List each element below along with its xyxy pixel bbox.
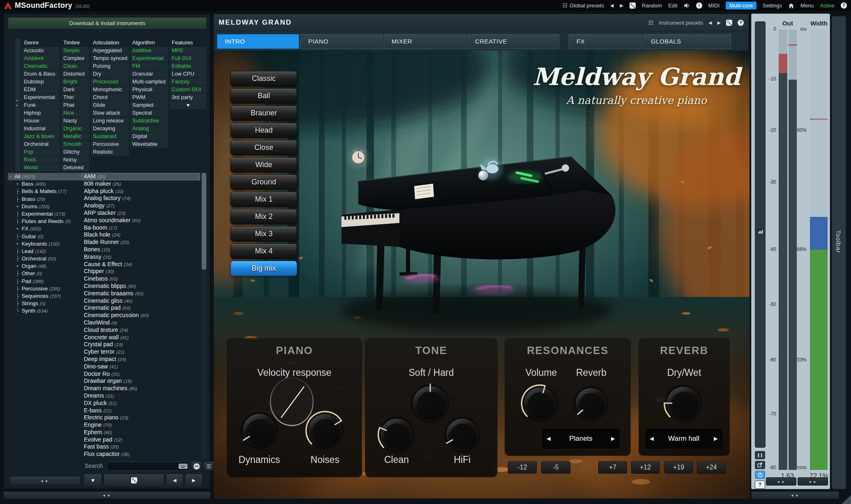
multi-core-toggle[interactable]: Multi-core [726, 2, 756, 9]
edit-button[interactable]: Edit [668, 2, 677, 9]
filter-item[interactable]: Orchestral [22, 140, 60, 148]
preset-list-item[interactable]: Cyber terror (21) [82, 348, 200, 356]
tree-item[interactable]: └ Synth (634) [8, 307, 82, 315]
tree-item[interactable]: ├ Flutes and Reeds (0) [8, 218, 82, 225]
mic-preset-button[interactable]: Head [231, 123, 297, 138]
filter-item[interactable]: Dubstep [22, 78, 60, 85]
transpose-button[interactable]: +12 [631, 461, 660, 474]
mic-preset-button[interactable]: Wide [231, 157, 297, 173]
filter-item[interactable]: Detuned [61, 164, 90, 171]
resonance-volume-knob[interactable] [520, 384, 560, 423]
preset-list-item[interactable]: Analogy (27) [82, 202, 200, 209]
filter-item[interactable]: Experimental [130, 55, 168, 62]
preset-list-item[interactable]: ClaviWind (4) [82, 319, 200, 327]
selector-prev-icon[interactable]: ◀ [547, 429, 551, 449]
filter-item[interactable]: Factory [170, 78, 206, 85]
popout-button[interactable] [755, 461, 765, 469]
filter-item[interactable]: Funk [22, 101, 60, 109]
filter-item[interactable]: Nasty [61, 117, 90, 124]
random-button[interactable]: Random [642, 2, 662, 9]
filter-item[interactable]: Phat [61, 101, 90, 109]
filter-item[interactable]: Drum & Bass [22, 70, 60, 78]
filter-item[interactable]: Complex [61, 55, 90, 62]
menu-button[interactable]: Menu [800, 2, 814, 9]
selector-prev-icon[interactable]: ◀ [650, 429, 654, 449]
scrollbar-thumb[interactable] [202, 173, 206, 269]
preset-list-item[interactable]: 808 maker (25) [82, 180, 200, 188]
random-preset-button[interactable] [104, 474, 164, 487]
filter-item[interactable]: Percussive [91, 140, 129, 148]
transpose-button[interactable]: -12 [508, 461, 537, 474]
mic-preset-button[interactable]: Mix 1 [231, 192, 297, 207]
tree-item[interactable]: ├ Percussive (295) [8, 285, 82, 292]
filter-item[interactable]: Bright [61, 78, 90, 85]
preset-list-item[interactable]: Engine (70) [82, 421, 200, 429]
preset-list-item[interactable]: Atmo soundmaker (60) [82, 217, 200, 224]
power-button[interactable] [755, 471, 765, 479]
noises-knob[interactable] [304, 410, 346, 451]
filter-item[interactable]: Custom GUI [170, 86, 206, 93]
keyboard-icon[interactable] [179, 464, 187, 469]
mic-preset-button[interactable]: Ball [231, 88, 297, 104]
tree-item[interactable]: ├ Experimental (173) [8, 210, 82, 218]
tree-item[interactable]: ├ Bells & Mallets (77) [8, 188, 82, 195]
favorite-button[interactable]: ♥ [84, 474, 102, 487]
filter-item[interactable]: Long release [91, 117, 129, 124]
preset-list-item[interactable]: Cinematic gliss (40) [82, 297, 200, 305]
filter-item[interactable]: Simple [61, 47, 90, 54]
resonance-type-selector[interactable]: ◀ Planets ▶ [542, 429, 620, 449]
pause-meters-button[interactable]: ❙❙ [755, 451, 765, 459]
preset-list-item[interactable]: Cinematic percussion (60) [82, 312, 200, 319]
preset-list-item[interactable]: Cause & Effect (24) [82, 261, 200, 268]
download-install-button[interactable]: Download & Install instruments [8, 17, 207, 29]
filter-item[interactable]: EDM [22, 86, 60, 93]
tree-item[interactable]: ├ Brass (29) [8, 196, 82, 203]
filter-item[interactable]: Low CPU [170, 70, 206, 78]
tree-item[interactable]: ├ Strings (0) [8, 300, 82, 307]
filter-item[interactable]: Pop [22, 148, 60, 156]
filter-item[interactable]: ♥ [170, 101, 206, 109]
next-instrument-preset-button[interactable]: ▶ [717, 20, 721, 25]
filter-item[interactable]: Additive [130, 47, 168, 54]
mic-preset-button[interactable]: Big mix [231, 261, 297, 276]
filter-item[interactable]: Multi-sampled [130, 78, 168, 85]
scroll-down-icon[interactable]: ▾ [16, 104, 18, 107]
previous-button[interactable]: ◀ [166, 474, 183, 487]
tab[interactable]: CREATIVE [467, 34, 559, 49]
tree-item[interactable]: ├ Sequences (197) [8, 292, 82, 300]
dry-wet-knob[interactable] [663, 383, 704, 424]
limiter-warning-icon[interactable]: ! [696, 2, 702, 9]
tab[interactable]: INTRO [217, 34, 299, 49]
filter-item[interactable]: Decaying [91, 125, 129, 132]
search-input[interactable] [106, 462, 189, 471]
preset-list-item[interactable]: Alpha pluck (33) [82, 188, 200, 195]
reverb-type-selector[interactable]: ◀ Warm hall ▶ [645, 429, 722, 449]
preset-list-item[interactable]: Evolve pad (12) [82, 436, 200, 444]
tree-resize-handle[interactable]: ◂ ▸ [9, 476, 80, 485]
filter-item[interactable]: Processed [91, 78, 129, 85]
filter-item[interactable]: Cinematic [22, 62, 60, 70]
preset-list-item[interactable]: Ba-boom (17) [82, 224, 200, 232]
filter-item[interactable]: House [22, 117, 60, 124]
filter-item[interactable]: 3rd party [170, 94, 206, 101]
transpose-button[interactable]: +24 [697, 461, 726, 474]
preset-list-item[interactable]: Brassy (16) [82, 253, 200, 261]
preset-list-item[interactable]: Concrete wall (41) [82, 334, 200, 341]
next-button[interactable]: ▶ [185, 474, 203, 487]
filter-item[interactable]: FM [130, 62, 168, 70]
tree-item[interactable]: + Bass (495) [8, 180, 82, 188]
tree-item[interactable]: + Drums (255) [8, 203, 82, 210]
selector-next-icon[interactable]: ▶ [714, 429, 718, 449]
filter-item[interactable]: Tempo synced [91, 55, 129, 62]
filter-item[interactable]: Acoustic [22, 47, 60, 54]
filter-item[interactable]: Jazz & blues [22, 133, 60, 140]
preset-list-item[interactable]: Dream machines (86) [82, 385, 200, 392]
selector-next-icon[interactable]: ▶ [611, 429, 615, 449]
tree-item[interactable]: ├ Other (0) [8, 270, 82, 277]
dice-icon[interactable] [726, 20, 732, 26]
filter-item[interactable]: Glide [91, 101, 129, 109]
meter-resize-bar[interactable]: ◂ ▸ [751, 491, 839, 499]
tab[interactable]: MIXER [384, 34, 466, 49]
preset-list-item[interactable]: Drawbar organ (18) [82, 377, 200, 385]
filter-item[interactable]: Dry [91, 70, 129, 78]
